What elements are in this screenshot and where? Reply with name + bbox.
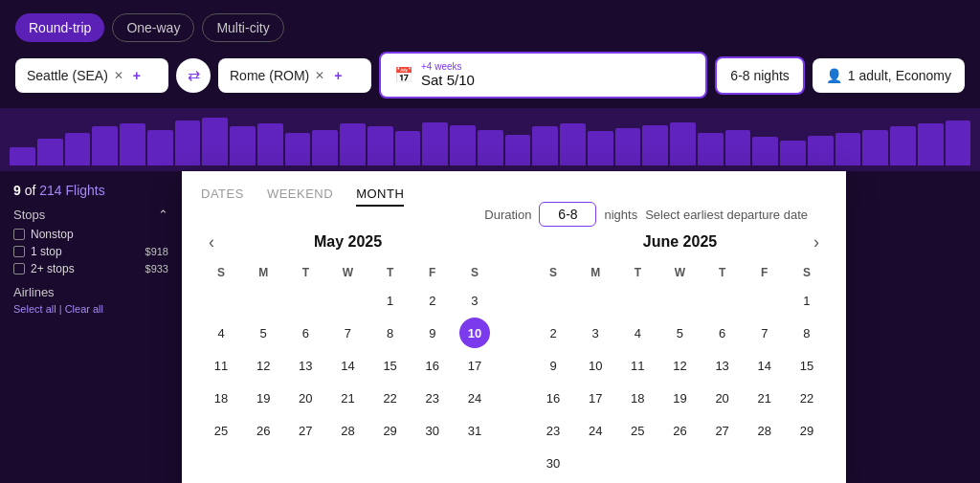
calendar-day[interactable]: 28 xyxy=(332,415,363,446)
histogram-bar xyxy=(450,125,476,166)
trip-type-multi-city[interactable]: Multi-city xyxy=(202,13,283,42)
calendar-day[interactable]: 20 xyxy=(707,383,738,413)
duration-label: Duration xyxy=(484,208,531,222)
calendar-day[interactable]: 2 xyxy=(417,285,448,316)
calendar-day[interactable]: 1 xyxy=(791,285,822,316)
calendar-day[interactable]: 19 xyxy=(664,383,695,413)
calendar-day[interactable]: 7 xyxy=(332,318,363,348)
calendar-day[interactable]: 27 xyxy=(707,415,738,446)
histogram-bar xyxy=(10,147,35,165)
calendar-day[interactable]: 27 xyxy=(290,415,321,446)
calendar-day[interactable]: 15 xyxy=(375,350,406,381)
histogram-bar xyxy=(422,122,448,165)
calendar-day[interactable]: 3 xyxy=(459,285,490,316)
origin-field[interactable]: Seattle (SEA) ✕ + xyxy=(15,58,168,93)
calendar-day[interactable]: 3 xyxy=(580,318,611,348)
calendar-day[interactable]: 9 xyxy=(417,318,448,348)
calendar-day[interactable]: 7 xyxy=(749,318,780,348)
calendar-day[interactable]: 9 xyxy=(538,350,568,381)
calendar-day[interactable]: 13 xyxy=(707,350,738,381)
calendar-day[interactable]: 30 xyxy=(538,448,568,478)
tab-month[interactable]: MONTH xyxy=(356,187,404,207)
calendar-day[interactable]: 29 xyxy=(375,415,406,446)
swap-button[interactable]: ⇄ xyxy=(176,58,211,93)
prev-month-button[interactable]: ‹ xyxy=(201,231,222,254)
origin-clear[interactable]: ✕ xyxy=(114,69,123,82)
calendar-day[interactable]: 24 xyxy=(580,415,611,446)
calendar-day[interactable]: 15 xyxy=(791,350,822,381)
calendar-day[interactable]: 8 xyxy=(375,318,406,348)
calendar-day[interactable]: 10 xyxy=(459,318,490,348)
filter-nonstop[interactable]: Nonstop xyxy=(13,228,168,241)
origin-add[interactable]: + xyxy=(133,68,141,83)
calendar-day[interactable]: 6 xyxy=(290,318,321,348)
nights-field[interactable]: 6-8 nights xyxy=(715,56,804,95)
stops-filter-header: Stops ⌃ xyxy=(13,208,168,222)
calendar-day[interactable]: 26 xyxy=(664,415,695,446)
calendar-day[interactable]: 25 xyxy=(622,415,653,446)
calendar-day[interactable]: 23 xyxy=(417,383,448,413)
calendar-day[interactable]: 8 xyxy=(791,318,822,348)
calendar-day[interactable]: 6 xyxy=(707,318,738,348)
calendar-day[interactable]: 30 xyxy=(417,415,448,446)
calendar-day[interactable]: 20 xyxy=(290,383,321,413)
calendar-day[interactable]: 12 xyxy=(248,350,278,381)
calendar-day[interactable]: 4 xyxy=(622,318,653,348)
calendar-day[interactable]: 10 xyxy=(580,350,611,381)
calendar-day[interactable]: 22 xyxy=(791,383,822,413)
calendar-day[interactable]: 26 xyxy=(248,415,278,446)
calendar-day[interactable]: 2 xyxy=(538,318,568,348)
next-month-button[interactable]: › xyxy=(806,231,827,254)
filter-1stop[interactable]: 1 stop $918 xyxy=(13,245,168,258)
trip-type-one-way[interactable]: One-way xyxy=(112,13,194,42)
calendar-day[interactable]: 4 xyxy=(206,318,236,348)
calendar-day[interactable]: 1 xyxy=(375,285,406,316)
dest-add[interactable]: + xyxy=(334,68,342,83)
1stop-checkbox[interactable] xyxy=(13,246,25,257)
duration-row: Duration nights Select earliest departur… xyxy=(484,202,808,227)
calendar-day[interactable]: 21 xyxy=(749,383,780,413)
clear-all-link[interactable]: Clear all xyxy=(65,303,103,315)
2plus-label: 2+ stops xyxy=(31,262,75,275)
2plus-checkbox[interactable] xyxy=(13,263,25,274)
calendar-day[interactable]: 12 xyxy=(664,350,695,381)
histogram-bar xyxy=(395,131,421,165)
calendar-day[interactable]: 14 xyxy=(332,350,363,381)
calendar-day[interactable]: 28 xyxy=(749,415,780,446)
date-field[interactable]: 📅 +4 weeks Sat 5/10 xyxy=(379,52,707,99)
calendar-day[interactable]: 25 xyxy=(206,415,236,446)
tab-dates[interactable]: DATES xyxy=(201,187,244,207)
calendar-day[interactable]: 17 xyxy=(459,350,490,381)
calendar-day[interactable]: 23 xyxy=(538,415,568,446)
histogram-bar xyxy=(560,123,586,165)
calendar-day[interactable]: 14 xyxy=(749,350,780,381)
calendar-day[interactable]: 19 xyxy=(248,383,278,413)
calendar-day[interactable]: 13 xyxy=(290,350,321,381)
calendar-day[interactable]: 17 xyxy=(580,383,611,413)
trip-type-round-trip[interactable]: Round-trip xyxy=(15,13,104,42)
calendar-day[interactable]: 5 xyxy=(248,318,278,348)
histogram-bar xyxy=(478,130,503,166)
calendar-day[interactable]: 22 xyxy=(375,383,406,413)
calendar-day[interactable]: 31 xyxy=(459,415,490,446)
dest-clear[interactable]: ✕ xyxy=(315,69,324,82)
calendar-day[interactable]: 18 xyxy=(206,383,236,413)
filter-2plus-stops[interactable]: 2+ stops $933 xyxy=(13,262,168,275)
calendar-day[interactable]: 21 xyxy=(332,383,363,413)
tab-weekend[interactable]: WEEKEND xyxy=(267,187,333,207)
nonstop-checkbox[interactable] xyxy=(13,229,25,240)
calendar-day[interactable]: 5 xyxy=(664,318,695,348)
calendar-day[interactable]: 29 xyxy=(791,415,822,446)
destination-field[interactable]: Rome (ROM) ✕ + xyxy=(218,58,371,93)
calendar-day[interactable]: 16 xyxy=(538,383,568,413)
calendar-day[interactable]: 24 xyxy=(459,383,490,413)
calendar-day[interactable]: 18 xyxy=(622,383,653,413)
travelers-field[interactable]: 👤1 adult, Economy xyxy=(813,58,965,93)
calendar-day[interactable]: 11 xyxy=(206,350,236,381)
duration-input[interactable] xyxy=(539,202,596,227)
select-all-link[interactable]: Select all xyxy=(13,303,56,315)
histogram-bar xyxy=(752,137,778,165)
calendar-day[interactable]: 11 xyxy=(622,350,653,381)
histogram-bar xyxy=(918,123,944,165)
calendar-day[interactable]: 16 xyxy=(417,350,448,381)
